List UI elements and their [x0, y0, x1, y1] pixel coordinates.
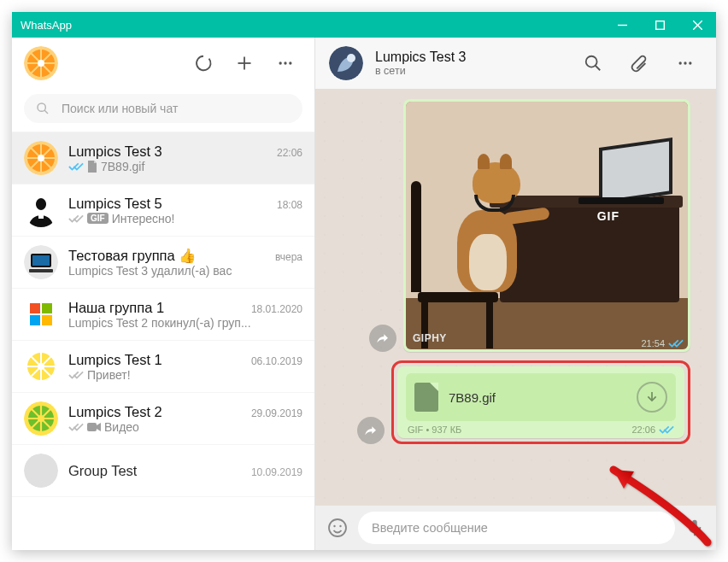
chat-list: Lumpics Test 322:06 7B89.gif Lumpics Tes…	[12, 132, 314, 550]
double-check-icon	[68, 161, 84, 172]
chat-search-icon[interactable]	[576, 46, 610, 80]
document-icon	[87, 161, 97, 173]
giphy-label: GIPHY	[413, 332, 447, 344]
svg-rect-1	[655, 20, 664, 29]
contact-name: Lumpics Test 3	[375, 50, 466, 65]
video-icon	[87, 422, 101, 432]
svg-point-52	[24, 454, 58, 488]
window-maximize-button[interactable]	[641, 12, 678, 38]
window-minimize-button[interactable]	[603, 12, 641, 38]
svg-point-14	[284, 61, 286, 64]
svg-point-24	[38, 155, 44, 161]
highlighted-file-message: 7B89.gif GIF • 937 КБ 22:06	[391, 360, 690, 444]
svg-point-63	[339, 525, 341, 527]
emoji-icon[interactable]	[327, 518, 348, 538]
svg-point-61	[329, 519, 346, 536]
composer: Введите сообщение	[315, 506, 716, 550]
svg-point-58	[684, 61, 686, 64]
file-meta: GIF • 937 КБ	[408, 424, 461, 435]
double-check-icon	[68, 422, 84, 432]
message-time: 21:54	[641, 338, 665, 348]
forward-icon[interactable]	[357, 417, 385, 444]
attach-icon[interactable]	[622, 46, 656, 80]
chat-item[interactable]: Lumpics Test 518:08 GIF Интересно!	[12, 184, 314, 237]
svg-point-13	[279, 61, 282, 64]
download-icon[interactable]	[637, 382, 667, 413]
svg-point-16	[38, 103, 45, 111]
search-icon	[36, 102, 50, 115]
svg-point-54	[347, 54, 355, 62]
svg-point-15	[289, 61, 291, 64]
gif-badge-icon: GIF	[87, 213, 109, 224]
double-check-icon	[68, 214, 84, 224]
svg-point-10	[38, 60, 44, 67]
left-header	[12, 38, 314, 89]
chat-item[interactable]: Lumpics Test 229.09.2019 Видео	[12, 393, 314, 445]
message-input[interactable]: Введите сообщение	[358, 512, 675, 544]
window-close-button[interactable]	[678, 12, 716, 38]
read-ticks-icon	[668, 338, 684, 348]
svg-point-31	[24, 297, 58, 331]
svg-rect-32	[30, 303, 40, 313]
chat-item[interactable]: Lumpics Test 106.10.2019 Привет!	[12, 341, 314, 393]
read-ticks-icon	[659, 424, 674, 435]
svg-point-42	[38, 363, 44, 370]
chat-item[interactable]: Тестовая группа 👍вчера Lumpics Test 3 уд…	[12, 237, 314, 289]
message-time: 22:06	[631, 424, 655, 435]
menu-icon[interactable]	[268, 46, 302, 80]
svg-point-62	[333, 525, 335, 527]
svg-line-17	[44, 110, 48, 114]
contact-status: в сети	[375, 65, 466, 77]
chat-item[interactable]: Наша группа 118.01.2020 Lumpics Test 2 п…	[12, 289, 314, 341]
file-name: 7B89.gif	[449, 390, 626, 405]
svg-rect-29	[32, 255, 50, 266]
svg-point-55	[586, 56, 597, 67]
chat-item[interactable]: Group Test10.09.2019	[12, 445, 314, 497]
svg-rect-30	[29, 269, 53, 272]
document-icon	[414, 383, 438, 412]
svg-point-59	[689, 61, 691, 64]
own-avatar[interactable]	[24, 46, 58, 80]
gif-preview: GIF GIPHY	[406, 102, 688, 349]
svg-rect-64	[692, 520, 697, 530]
status-icon[interactable]	[186, 46, 220, 80]
window-titlebar: WhatsApp	[12, 12, 716, 38]
chat-item[interactable]: Lumpics Test 322:06 7B89.gif	[12, 132, 314, 184]
new-chat-icon[interactable]	[227, 46, 261, 80]
contact-avatar[interactable]	[329, 46, 363, 80]
mic-icon[interactable]	[685, 518, 704, 537]
message-placeholder: Введите сообщение	[372, 521, 488, 535]
svg-rect-35	[42, 315, 52, 325]
svg-point-57	[679, 61, 682, 64]
svg-rect-33	[42, 303, 52, 313]
svg-line-56	[596, 66, 601, 71]
window-title: WhatsApp	[21, 19, 72, 32]
svg-rect-34	[30, 315, 40, 325]
svg-rect-50	[87, 423, 97, 431]
double-check-icon	[68, 370, 84, 380]
svg-marker-51	[97, 423, 101, 431]
chat-menu-icon[interactable]	[668, 46, 702, 80]
forward-icon[interactable]	[369, 325, 396, 352]
search-placeholder: Поиск или новый чат	[62, 102, 178, 115]
gif-message[interactable]: GIF GIPHY 21:54	[403, 99, 690, 352]
search-input[interactable]: Поиск или новый чат	[24, 94, 302, 123]
conversation-header: Lumpics Test 3 в сети	[315, 38, 716, 89]
svg-point-49	[38, 415, 44, 422]
gif-label: GIF	[597, 209, 619, 223]
file-message[interactable]: 7B89.gif GIF • 937 КБ 22:06	[397, 366, 684, 438]
svg-rect-26	[38, 212, 44, 219]
